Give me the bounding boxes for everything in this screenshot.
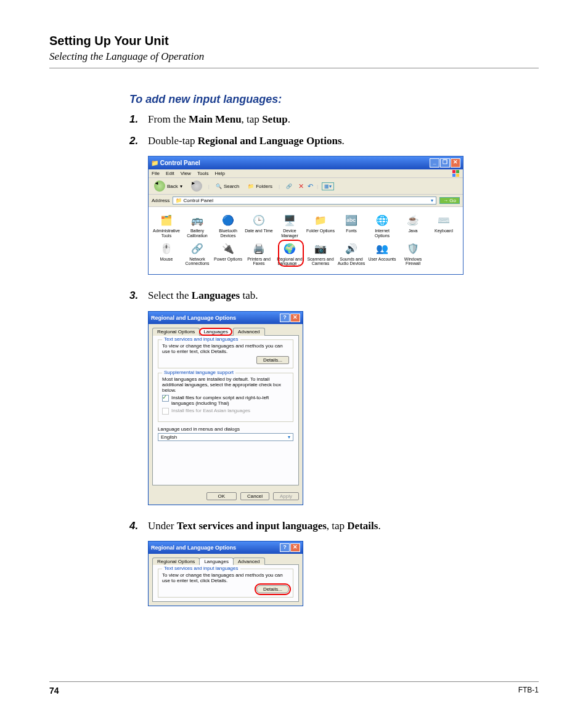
back-button[interactable]: ◄Back ▾ (152, 180, 185, 192)
forward-button[interactable]: ► (189, 180, 205, 192)
cp-item[interactable]: 🔵BluetoothDevices (213, 212, 243, 240)
menu-help[interactable]: Help (215, 171, 225, 176)
close-button[interactable]: ✕ (290, 314, 300, 322)
step-4: 4. Under Text services and input languag… (129, 519, 539, 534)
cp-item-label: Power Options (213, 257, 243, 262)
folders-button[interactable]: 📁 Folders (245, 183, 275, 190)
screenshot-control-panel: 📁 Control Panel _ ❐ ✕ File Edit View Too… (148, 156, 539, 275)
cp-item[interactable]: 🔊Sounds andAudio Devices (336, 240, 367, 268)
cp-item-label: Keyboard (428, 229, 459, 233)
cp-item[interactable]: ☕Java (398, 212, 428, 240)
ok-button[interactable]: OK (206, 492, 237, 500)
cp-item-icon: 🔗 (190, 242, 204, 256)
undo-icon[interactable]: ↶ (308, 182, 313, 190)
windows-flag-icon (452, 170, 459, 177)
cp-item-label: Java (398, 229, 428, 233)
checkbox-complex-script[interactable] (162, 395, 169, 402)
cp-item-label: Scanners andCameras (305, 257, 336, 266)
cp-item-label: User Accounts (367, 257, 398, 262)
cp-item-icon: ☕ (406, 214, 420, 227)
cp-item-label: Sounds andAudio Devices (336, 257, 367, 266)
tab-advanced[interactable]: Advanced (233, 328, 265, 336)
cp-item-icon: 🕒 (252, 214, 266, 227)
menu-tools[interactable]: Tools (197, 171, 209, 176)
views-button[interactable]: ▦▾ (322, 182, 334, 190)
cp-item[interactable]: 🕒Date and Time (243, 212, 274, 240)
screenshot-dialog-details: Regional and Language Options ? ✕ Region… (148, 541, 539, 606)
cp-item[interactable]: 🛡️WindowsFirewall (398, 240, 428, 268)
cancel-button[interactable]: Cancel (240, 492, 269, 500)
search-button[interactable]: 🔍 Search (213, 183, 242, 190)
apply-button[interactable]: Apply (273, 492, 299, 500)
step-number: 4. (129, 519, 148, 534)
group-text-services: Text services and input languages (162, 336, 240, 342)
maximize-button[interactable]: ❐ (440, 158, 450, 168)
cp-item-icon: 📷 (314, 242, 327, 256)
tab-languages[interactable]: Languages (199, 328, 232, 336)
cp-item-icon: 🔌 (221, 242, 235, 256)
cp-item-icon: 🌐 (375, 214, 389, 227)
window-titlebar[interactable]: 📁 Control Panel _ ❐ ✕ (149, 156, 463, 169)
cp-item[interactable]: 🌍Regional andLanguage ... (274, 240, 305, 268)
menu-file[interactable]: File (152, 171, 160, 176)
cp-item[interactable]: 🗂️AdministrativeTools (151, 212, 182, 240)
cp-item-label: DeviceManager (274, 229, 305, 238)
cp-item-label: BatteryCalibration (182, 229, 213, 238)
cp-item-icon: 🔤 (345, 214, 358, 227)
cp-item[interactable]: 🌐InternetOptions (367, 212, 398, 240)
menu-edit[interactable]: Edit (166, 171, 174, 176)
dialog-titlebar[interactable]: Regional and Language Options ? ✕ (149, 542, 303, 554)
group-supplemental: Supplemental language support (162, 370, 235, 375)
tab-regional-options[interactable]: Regional Options (152, 558, 200, 565)
cp-item[interactable]: 🚌BatteryCalibration (182, 212, 213, 240)
toolbar-extra[interactable]: 🔗 (284, 183, 295, 190)
help-button[interactable]: ? (280, 314, 290, 322)
cp-item[interactable]: 🖨️Printers andFaxes (243, 240, 274, 268)
toolbar: ◄Back ▾ ► | 🔍 Search 📁 Folders | 🔗 ✕ ↶ |… (149, 178, 463, 195)
cp-item-icon: 🖥️ (283, 214, 296, 227)
header-rule (49, 68, 539, 68)
cp-item-icon: 🛡️ (406, 242, 420, 256)
screenshot-dialog-languages-tab: Regional and Language Options ? ✕ Region… (148, 311, 539, 505)
tab-advanced[interactable]: Advanced (233, 558, 265, 565)
step-2: 2. Double-tap Regional and Language Opti… (129, 134, 539, 149)
cp-item[interactable]: 🔤Fonts (336, 212, 367, 240)
cp-item[interactable]: 🖱️Mouse (151, 240, 182, 268)
cp-item[interactable]: ⌨️Keyboard (428, 212, 459, 240)
address-field[interactable]: 📁 Control Panel ▾ (173, 197, 436, 205)
cp-item-label: Date and Time (243, 229, 274, 233)
step-1: 1. From the Main Menu, tap Setup. (129, 112, 539, 128)
language-select[interactable]: English▾ (158, 433, 293, 441)
step-3: 3. Select the Languages tab. (129, 288, 539, 304)
cp-item-icon: 🖱️ (160, 242, 173, 256)
page-footer: 74 FTB-1 (49, 681, 539, 696)
close-button[interactable]: ✕ (451, 158, 460, 168)
checkbox-east-asian[interactable] (162, 408, 169, 415)
cp-item[interactable]: 📷Scanners andCameras (305, 240, 336, 268)
tab-regional-options[interactable]: Regional Options (152, 328, 200, 336)
minimize-button[interactable]: _ (430, 158, 439, 168)
cp-item[interactable]: 🖥️DeviceManager (274, 212, 305, 240)
step-number: 2. (129, 134, 148, 149)
cp-item[interactable]: 👥User Accounts (367, 240, 398, 268)
cp-item-icon: 📁 (314, 214, 327, 227)
close-button[interactable]: ✕ (290, 543, 300, 552)
address-label: Address (152, 198, 169, 203)
dialog-titlebar[interactable]: Regional and Language Options ? ✕ (149, 312, 303, 324)
highlight-regional-language (278, 240, 304, 267)
details-button[interactable]: Details... (256, 585, 289, 593)
go-button[interactable]: → Go (439, 197, 460, 204)
doc-id: FTB-1 (518, 686, 539, 696)
cp-item[interactable]: 🔌Power Options (213, 240, 243, 268)
delete-icon[interactable]: ✕ (298, 182, 304, 190)
cp-item-label: InternetOptions (367, 229, 398, 238)
cp-item[interactable]: 📁Folder Options (305, 212, 336, 240)
help-button[interactable]: ? (280, 543, 290, 552)
cp-item[interactable]: 🔗NetworkConnections (182, 240, 213, 268)
details-button[interactable]: Details... (256, 356, 289, 364)
menu-view[interactable]: View (181, 171, 191, 176)
cp-item-label: AdministrativeTools (151, 229, 182, 238)
page-subtitle: Selecting the Language of Operation (49, 51, 539, 63)
tab-languages[interactable]: Languages (199, 558, 234, 565)
page-title: Setting Up Your Unit (49, 34, 539, 48)
